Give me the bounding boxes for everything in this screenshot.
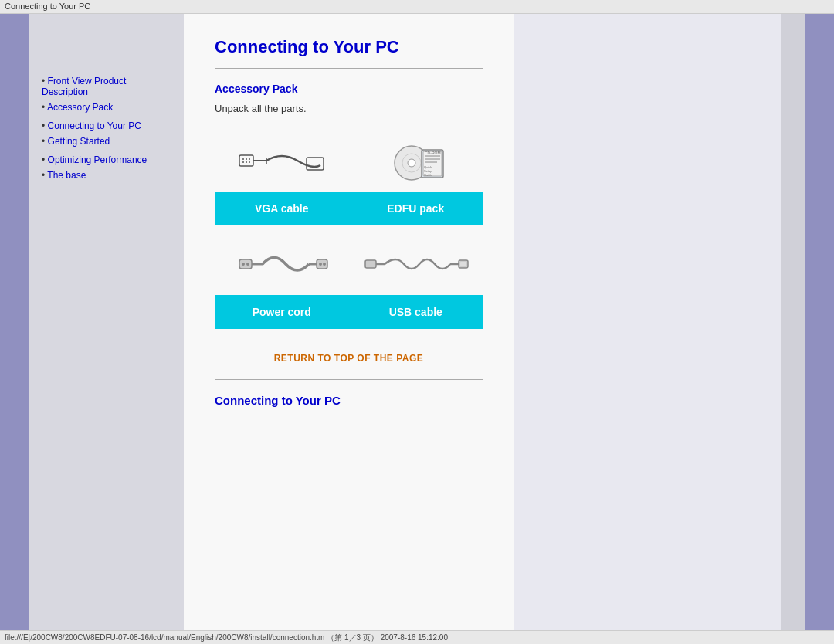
sidebar-nav: Front View Product Description Accessory…: [42, 76, 171, 181]
sidebar-item-base[interactable]: The base: [42, 170, 171, 181]
page-title: Connecting to Your PC: [215, 37, 483, 57]
sidebar: Front View Product Description Accessory…: [29, 14, 184, 630]
connecting-title: Connecting to Your PC: [215, 394, 483, 407]
accessory-cell-edfu: CD-ROM Quick Setup Guide EDFU pack: [349, 130, 483, 233]
svg-point-23: [242, 263, 245, 266]
svg-rect-34: [460, 262, 466, 266]
vga-label: VGA cable: [215, 192, 349, 225]
svg-point-11: [408, 159, 415, 167]
top-divider: [215, 68, 483, 69]
accessory-cell-vga: VGA cable: [215, 130, 349, 233]
svg-point-28: [319, 263, 322, 266]
section-title: Accessory Pack: [215, 83, 483, 95]
sidebar-link-optimizing[interactable]: Optimizing Performance: [48, 154, 147, 165]
edfu-image: CD-ROM Quick Setup Guide: [361, 130, 470, 192]
sidebar-link-front-view[interactable]: Front View Product Description: [42, 76, 126, 97]
left-accent: [0, 14, 29, 630]
title-bar-text: Connecting to Your PC: [5, 2, 90, 11]
right-padding: [781, 14, 805, 630]
status-bar: file:///E|/200CW8/200CW8EDFU-07-08-16/lc…: [0, 630, 834, 644]
usb-label: USB cable: [349, 295, 483, 329]
content-inner: Connecting to Your PC Accessory Pack Unp…: [184, 14, 514, 630]
sidebar-item-front-view[interactable]: Front View Product Description: [42, 76, 171, 97]
svg-rect-22: [239, 259, 252, 269]
svg-point-24: [246, 263, 249, 266]
accessory-cell-power: Power cord: [215, 233, 349, 337]
content-area: Connecting to Your PC Accessory Pack Unp…: [184, 14, 781, 630]
second-divider: [215, 379, 483, 380]
sidebar-item-getting-started[interactable]: Getting Started: [42, 136, 171, 147]
svg-point-29: [323, 263, 326, 266]
content-right-pad: [514, 14, 781, 630]
usb-image: [354, 233, 477, 295]
sidebar-item-connecting[interactable]: Connecting to Your PC: [42, 120, 171, 131]
power-image: [228, 233, 336, 295]
accessories-grid: VGA cable: [215, 130, 483, 337]
main-layout: Front View Product Description Accessory…: [0, 14, 834, 630]
sidebar-link-base[interactable]: The base: [47, 170, 86, 181]
svg-rect-30: [365, 260, 376, 268]
title-bar: Connecting to Your PC: [0, 0, 834, 14]
svg-rect-3: [307, 158, 324, 170]
svg-point-9: [249, 161, 250, 163]
right-accent: [805, 14, 834, 630]
svg-point-4: [242, 158, 244, 160]
status-bar-text: file:///E|/200CW8/200CW8EDFU-07-08-16/lc…: [5, 633, 448, 642]
vga-image: [228, 130, 336, 192]
return-link-container[interactable]: RETURN TO TOP OF THE PAGE: [215, 352, 483, 364]
svg-point-8: [246, 161, 247, 163]
sidebar-link-accessory[interactable]: Accessory Pack: [47, 102, 113, 113]
sidebar-item-accessory[interactable]: Accessory Pack: [42, 102, 171, 113]
svg-text:CD-ROM: CD-ROM: [425, 151, 441, 155]
power-label: Power cord: [215, 295, 349, 329]
svg-rect-0: [239, 155, 253, 166]
accessory-cell-usb: USB cable: [349, 233, 483, 337]
sidebar-link-getting-started[interactable]: Getting Started: [48, 136, 110, 147]
unpack-text: Unpack all the parts.: [215, 103, 483, 114]
edfu-label: EDFU pack: [349, 192, 483, 225]
return-to-top-link[interactable]: RETURN TO TOP OF THE PAGE: [274, 353, 424, 364]
sidebar-item-optimizing[interactable]: Optimizing Performance: [42, 154, 171, 165]
svg-point-7: [242, 161, 244, 163]
sidebar-link-connecting[interactable]: Connecting to Your PC: [48, 120, 141, 131]
svg-point-5: [246, 158, 247, 160]
svg-text:Guide: Guide: [424, 173, 432, 177]
svg-point-6: [249, 158, 250, 160]
